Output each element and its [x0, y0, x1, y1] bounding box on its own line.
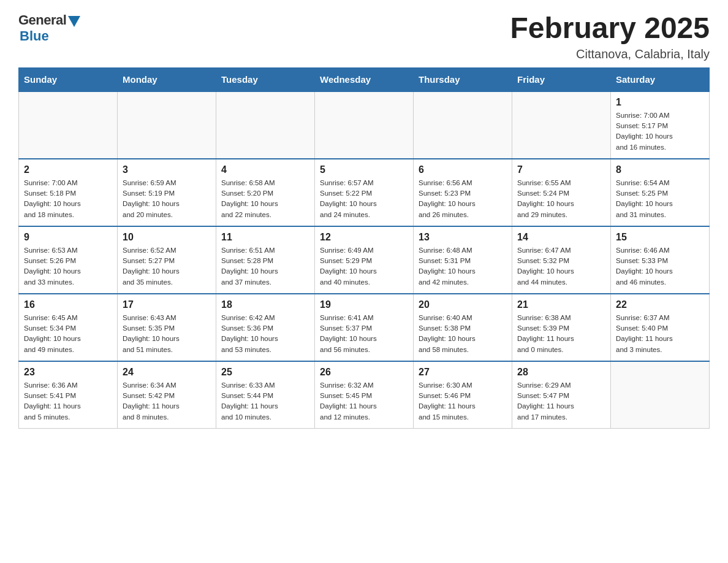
calendar-cell: 21Sunrise: 6:38 AMSunset: 5:39 PMDayligh…	[512, 294, 611, 361]
day-info: Sunrise: 6:34 AMSunset: 5:42 PMDaylight:…	[123, 380, 211, 423]
day-number: 18	[221, 299, 309, 310]
column-header-monday: Monday	[118, 67, 216, 91]
day-info: Sunrise: 6:49 AMSunset: 5:29 PMDaylight:…	[320, 245, 408, 288]
calendar-cell	[611, 361, 710, 429]
day-number: 4	[221, 164, 309, 175]
day-number: 24	[123, 367, 211, 378]
calendar-cell: 12Sunrise: 6:49 AMSunset: 5:29 PMDayligh…	[315, 226, 414, 294]
location-text: Cittanova, Calabria, Italy	[510, 47, 710, 61]
calendar-week-4: 16Sunrise: 6:45 AMSunset: 5:34 PMDayligh…	[19, 294, 710, 361]
day-info: Sunrise: 6:56 AMSunset: 5:23 PMDaylight:…	[419, 178, 507, 220]
calendar-cell: 17Sunrise: 6:43 AMSunset: 5:35 PMDayligh…	[118, 294, 216, 361]
calendar-cell: 19Sunrise: 6:41 AMSunset: 5:37 PMDayligh…	[315, 294, 414, 361]
day-number: 13	[419, 232, 507, 243]
column-header-tuesday: Tuesday	[216, 67, 315, 91]
calendar-cell: 3Sunrise: 6:59 AMSunset: 5:19 PMDaylight…	[118, 159, 216, 226]
calendar-cell: 24Sunrise: 6:34 AMSunset: 5:42 PMDayligh…	[118, 361, 216, 429]
calendar-cell: 5Sunrise: 6:57 AMSunset: 5:22 PMDaylight…	[315, 159, 414, 226]
day-info: Sunrise: 6:32 AMSunset: 5:45 PMDaylight:…	[320, 380, 408, 423]
calendar-cell	[19, 91, 118, 159]
day-number: 19	[320, 299, 408, 310]
calendar-week-5: 23Sunrise: 6:36 AMSunset: 5:41 PMDayligh…	[19, 361, 710, 429]
calendar-cell: 8Sunrise: 6:54 AMSunset: 5:25 PMDaylight…	[611, 159, 710, 226]
calendar-cell: 10Sunrise: 6:52 AMSunset: 5:27 PMDayligh…	[118, 226, 216, 294]
calendar-cell: 27Sunrise: 6:30 AMSunset: 5:46 PMDayligh…	[414, 361, 512, 429]
day-number: 3	[123, 164, 211, 175]
calendar-week-2: 2Sunrise: 7:00 AMSunset: 5:18 PMDaylight…	[19, 159, 710, 226]
day-info: Sunrise: 6:51 AMSunset: 5:28 PMDaylight:…	[221, 245, 309, 288]
calendar-cell: 23Sunrise: 6:36 AMSunset: 5:41 PMDayligh…	[19, 361, 118, 429]
calendar-cell: 9Sunrise: 6:53 AMSunset: 5:26 PMDaylight…	[19, 226, 118, 294]
day-info: Sunrise: 6:57 AMSunset: 5:22 PMDaylight:…	[320, 178, 408, 220]
day-number: 20	[419, 299, 507, 310]
calendar-cell: 13Sunrise: 6:48 AMSunset: 5:31 PMDayligh…	[414, 226, 512, 294]
day-info: Sunrise: 6:42 AMSunset: 5:36 PMDaylight:…	[221, 313, 309, 355]
column-header-sunday: Sunday	[19, 67, 118, 91]
calendar-cell: 15Sunrise: 6:46 AMSunset: 5:33 PMDayligh…	[611, 226, 710, 294]
day-info: Sunrise: 6:30 AMSunset: 5:46 PMDaylight:…	[419, 380, 507, 423]
day-number: 27	[419, 367, 507, 378]
day-number: 10	[123, 232, 211, 243]
day-number: 22	[616, 299, 704, 310]
day-number: 25	[221, 367, 309, 378]
day-info: Sunrise: 6:40 AMSunset: 5:38 PMDaylight:…	[419, 313, 507, 355]
day-number: 1	[616, 97, 704, 108]
day-info: Sunrise: 6:47 AMSunset: 5:32 PMDaylight:…	[517, 245, 605, 288]
day-info: Sunrise: 6:41 AMSunset: 5:37 PMDaylight:…	[320, 313, 408, 355]
day-info: Sunrise: 6:33 AMSunset: 5:44 PMDaylight:…	[221, 380, 309, 423]
day-number: 11	[221, 232, 309, 243]
logo-triangle-icon	[68, 16, 80, 27]
calendar-cell	[512, 91, 611, 159]
calendar-cell: 20Sunrise: 6:40 AMSunset: 5:38 PMDayligh…	[414, 294, 512, 361]
day-number: 9	[24, 232, 112, 243]
day-number: 6	[419, 164, 507, 175]
logo: General Blue	[18, 12, 80, 44]
logo-blue-text: Blue	[20, 28, 49, 44]
day-number: 17	[123, 299, 211, 310]
day-number: 23	[24, 367, 112, 378]
calendar-cell: 7Sunrise: 6:55 AMSunset: 5:24 PMDaylight…	[512, 159, 611, 226]
day-number: 21	[517, 299, 605, 310]
calendar-cell: 6Sunrise: 6:56 AMSunset: 5:23 PMDaylight…	[414, 159, 512, 226]
calendar-cell: 4Sunrise: 6:58 AMSunset: 5:20 PMDaylight…	[216, 159, 315, 226]
day-info: Sunrise: 6:45 AMSunset: 5:34 PMDaylight:…	[24, 313, 112, 355]
day-number: 5	[320, 164, 408, 175]
calendar-cell: 28Sunrise: 6:29 AMSunset: 5:47 PMDayligh…	[512, 361, 611, 429]
day-number: 12	[320, 232, 408, 243]
title-section: February 2025 Cittanova, Calabria, Italy	[510, 12, 710, 61]
day-number: 26	[320, 367, 408, 378]
column-header-wednesday: Wednesday	[315, 67, 414, 91]
day-info: Sunrise: 6:38 AMSunset: 5:39 PMDaylight:…	[517, 313, 605, 355]
month-title: February 2025	[510, 12, 710, 45]
calendar-week-1: 1Sunrise: 7:00 AMSunset: 5:17 PMDaylight…	[19, 91, 710, 159]
day-number: 7	[517, 164, 605, 175]
day-info: Sunrise: 6:59 AMSunset: 5:19 PMDaylight:…	[123, 178, 211, 220]
day-info: Sunrise: 6:46 AMSunset: 5:33 PMDaylight:…	[616, 245, 704, 288]
day-info: Sunrise: 7:00 AMSunset: 5:18 PMDaylight:…	[24, 178, 112, 220]
calendar-cell	[118, 91, 216, 159]
day-number: 8	[616, 164, 704, 175]
day-number: 14	[517, 232, 605, 243]
calendar-cell: 14Sunrise: 6:47 AMSunset: 5:32 PMDayligh…	[512, 226, 611, 294]
calendar-week-3: 9Sunrise: 6:53 AMSunset: 5:26 PMDaylight…	[19, 226, 710, 294]
day-info: Sunrise: 7:00 AMSunset: 5:17 PMDaylight:…	[616, 110, 704, 153]
day-info: Sunrise: 6:53 AMSunset: 5:26 PMDaylight:…	[24, 245, 112, 288]
column-header-friday: Friday	[512, 67, 611, 91]
column-header-thursday: Thursday	[414, 67, 512, 91]
calendar-cell: 2Sunrise: 7:00 AMSunset: 5:18 PMDaylight…	[19, 159, 118, 226]
day-info: Sunrise: 6:36 AMSunset: 5:41 PMDaylight:…	[24, 380, 112, 423]
calendar-cell	[216, 91, 315, 159]
column-header-saturday: Saturday	[611, 67, 710, 91]
day-number: 16	[24, 299, 112, 310]
calendar-cell: 11Sunrise: 6:51 AMSunset: 5:28 PMDayligh…	[216, 226, 315, 294]
calendar-cell	[414, 91, 512, 159]
day-number: 15	[616, 232, 704, 243]
calendar-cell	[315, 91, 414, 159]
day-number: 2	[24, 164, 112, 175]
day-info: Sunrise: 6:52 AMSunset: 5:27 PMDaylight:…	[123, 245, 211, 288]
calendar-cell: 22Sunrise: 6:37 AMSunset: 5:40 PMDayligh…	[611, 294, 710, 361]
calendar-header-row: SundayMondayTuesdayWednesdayThursdayFrid…	[19, 67, 710, 91]
day-info: Sunrise: 6:48 AMSunset: 5:31 PMDaylight:…	[419, 245, 507, 288]
day-info: Sunrise: 6:43 AMSunset: 5:35 PMDaylight:…	[123, 313, 211, 355]
day-info: Sunrise: 6:37 AMSunset: 5:40 PMDaylight:…	[616, 313, 704, 355]
